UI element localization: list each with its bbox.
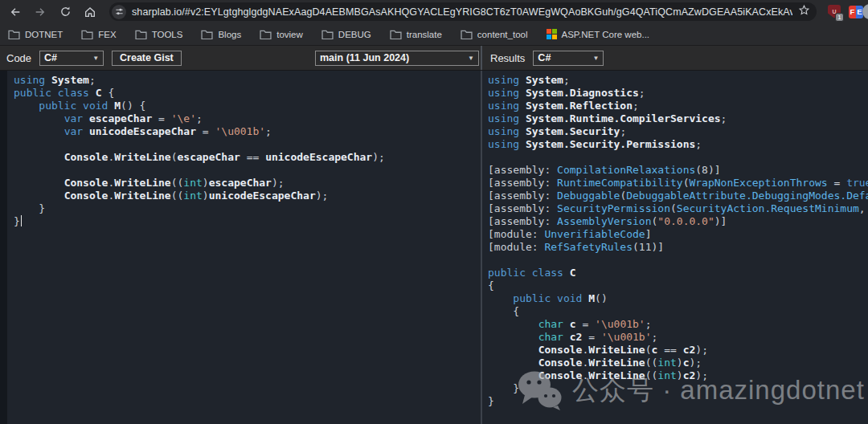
bookmark-star-button[interactable] [798, 4, 810, 19]
bookmark-label: ASP.NET Core web... [562, 30, 650, 39]
bookmark-item[interactable]: DOTNET [8, 30, 63, 39]
bookmark-label: DEBUG [338, 30, 371, 39]
code-line: using System; [14, 74, 481, 87]
branch-select[interactable]: main (11 Jun 2024) ▼ [315, 51, 479, 66]
code-line: Console.WriteLine((int)c); [488, 357, 868, 369]
code-line: Console.WriteLine(escapeChar == unicodeE… [14, 151, 481, 164]
create-gist-button[interactable]: Create Gist [112, 51, 182, 66]
bookmark-item[interactable]: TOOLS [135, 30, 183, 39]
code-line: using System.Reflection; [488, 100, 868, 112]
extension-1-badge: 1 [835, 13, 844, 22]
code-line: [assembly: AssemblyVersion("0.0.0.0")] [488, 215, 868, 228]
code-line: [module: RefSafetyRules(11)] [488, 241, 868, 254]
reload-icon [59, 6, 72, 18]
bookmark-label: FEX [98, 30, 116, 39]
folder-icon [135, 30, 147, 39]
site-info-button[interactable] [112, 5, 126, 19]
bookmark-label: toview [276, 30, 303, 39]
code-line: using System.Security.Permissions; [488, 138, 868, 151]
code-language-select[interactable]: C# ▼ [39, 51, 104, 66]
folder-icon [260, 30, 272, 39]
back-icon [9, 6, 22, 18]
bookmark-label: TOOLS [152, 30, 183, 39]
browser-window: sharplab.io/#v2:EYLgtghglgdgNAExAagD4AEB… [0, 0, 868, 424]
code-line: } [14, 202, 481, 215]
code-line: [assembly: SecurityPermission(SecurityAc… [488, 202, 868, 215]
profile-avatar[interactable] [862, 4, 868, 19]
code-line: [assembly: RuntimeCompatibility(WrapNonE… [488, 177, 868, 190]
code-line: [assembly: CompilationRelaxations(8)] [488, 164, 868, 177]
text-cursor [21, 215, 23, 226]
back-button[interactable] [6, 3, 24, 21]
results-panel[interactable]: using System;using System.Diagnostics;us… [482, 71, 868, 424]
code-language-value: C# [44, 52, 57, 63]
code-line: [module: UnverifiableCode] [488, 228, 868, 241]
sharplab-toolbar: Code C# ▼ Create Gist main (11 Jun 2024)… [0, 46, 868, 71]
editor-area: using System;public class C { public voi… [0, 71, 868, 424]
bookmark-item[interactable]: translate [390, 30, 442, 39]
chevron-down-icon: ▼ [468, 55, 474, 62]
code-line [14, 138, 481, 151]
code-line: public void M() [488, 292, 868, 305]
code-line [488, 151, 868, 164]
bookmark-item[interactable]: DEBUG [321, 30, 371, 39]
folder-icon [461, 30, 473, 39]
code-line: using System.Diagnostics; [488, 87, 868, 100]
branch-value: main (11 Jun 2024) [320, 52, 409, 63]
bookmark-item[interactable]: content_tool [461, 30, 528, 39]
code-line: { [488, 279, 868, 292]
chevron-down-icon: ▼ [92, 55, 99, 62]
url-bar[interactable]: sharplab.io/#v2:EYLgtghglgdgNAExAagD4AEB… [109, 2, 817, 21]
bookmark-label: DOTNET [25, 30, 63, 39]
home-icon [84, 6, 96, 18]
bookmark-item[interactable]: FEX [81, 30, 116, 39]
code-line [14, 164, 481, 177]
code-line: var unicodeEscapeChar = '\u001b'; [14, 125, 481, 138]
code-editor-panel[interactable]: using System;public class C { public voi… [0, 71, 482, 424]
bookmark-item[interactable]: Blogs [201, 30, 241, 39]
code-line: var escapeChar = '\e'; [14, 112, 481, 125]
bookmarks-bar: DOTNETFEXTOOLSBlogstoviewDEBUGtranslatec… [0, 23, 868, 46]
forward-button[interactable] [31, 3, 49, 21]
url-text[interactable]: sharplab.io/#v2:EYLgtghglgdgNAExAagD4AEB… [132, 6, 792, 18]
code-line: { [488, 305, 868, 318]
code-line: public void M() { [14, 100, 481, 112]
folder-icon [81, 30, 93, 39]
star-icon [798, 4, 810, 16]
results-content: using System;using System.Diagnostics;us… [488, 74, 868, 408]
extension-button-1[interactable]: U 1 [827, 5, 841, 19]
code-line: using System.Runtime.CompilerServices; [488, 112, 868, 125]
results-section-label: Results [490, 52, 525, 64]
folder-icon [390, 30, 402, 39]
code-line: using System; [488, 74, 868, 87]
code-line: Console.WriteLine(c == c2); [488, 344, 868, 357]
code-line: } [488, 395, 868, 408]
code-editor-content[interactable]: using System;public class C { public voi… [14, 74, 481, 228]
code-line: } [14, 215, 481, 228]
extension-2-icon: FE [849, 6, 863, 18]
chevron-down-icon: ▼ [592, 55, 599, 62]
bookmark-item[interactable]: ASP.NET Core web... [547, 29, 650, 39]
microsoft-icon [547, 29, 557, 39]
home-button[interactable] [81, 3, 99, 21]
create-gist-label: Create Gist [120, 52, 174, 63]
code-section-label: Code [6, 52, 31, 64]
extension-2-letter-f: F [849, 6, 856, 18]
code-line [488, 254, 868, 267]
reload-button[interactable] [56, 3, 74, 21]
results-language-value: C# [538, 52, 551, 63]
browser-toolbar: sharplab.io/#v2:EYLgtghglgdgNAExAagD4AEB… [0, 0, 868, 23]
bookmark-label: translate [407, 30, 442, 39]
folder-icon [201, 30, 213, 39]
code-line: [assembly: Debuggable(DebuggableAttribut… [488, 190, 868, 202]
code-line: char c = '\u001b'; [488, 318, 868, 331]
code-line: } [488, 382, 868, 395]
bookmark-label: Blogs [218, 30, 241, 39]
code-line: Console.WriteLine((int)c2); [488, 369, 868, 382]
bookmark-label: content_tool [477, 30, 528, 39]
folder-icon [8, 30, 20, 39]
results-language-select[interactable]: C# ▼ [533, 51, 604, 66]
extension-button-2[interactable]: FE [849, 5, 863, 19]
bookmark-item[interactable]: toview [260, 30, 303, 39]
tune-icon [115, 7, 124, 16]
